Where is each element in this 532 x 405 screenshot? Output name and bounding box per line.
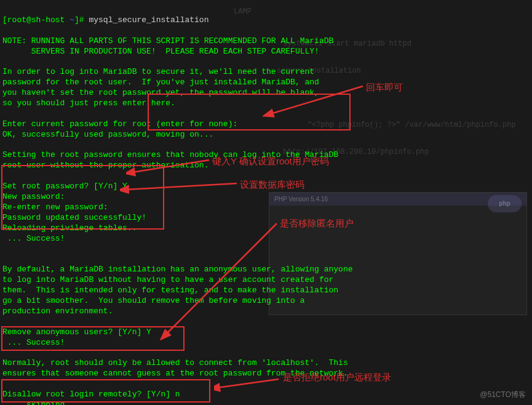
enter-pw-text: Enter current password for root (enter f… <box>2 119 237 139</box>
remove-anon-text: Remove anonymous users? [Y/n] Y ... Succ… <box>2 327 151 347</box>
command-text: mysql_secure_installation <box>89 15 208 25</box>
setting-pw-text: Setting the root password ensures that n… <box>2 150 338 170</box>
intro-text: In order to log into MariaDB to secure i… <box>2 67 319 108</box>
anon-text: By default, a MariaDB installation has a… <box>2 265 353 316</box>
disallow-text: Disallow root login remotely? [Y/n] n ..… <box>2 390 180 405</box>
note-text: NOTE: RUNNING ALL PARTS OF THIS SCRIPT I… <box>2 36 333 56</box>
prompt-path: ~ <box>69 15 74 25</box>
watermark: @51CTO博客 <box>480 390 526 400</box>
normally-text: Normally, root should only be allowed to… <box>2 358 348 378</box>
prompt-close: ]# <box>74 15 89 25</box>
set-root-text: Set root password? [Y/n] Y New password:… <box>2 182 146 243</box>
prompt-userhost: [root@sh-host <box>2 15 69 25</box>
terminal-output: [root@sh-host ~]# mysql_secure_installat… <box>0 0 532 405</box>
